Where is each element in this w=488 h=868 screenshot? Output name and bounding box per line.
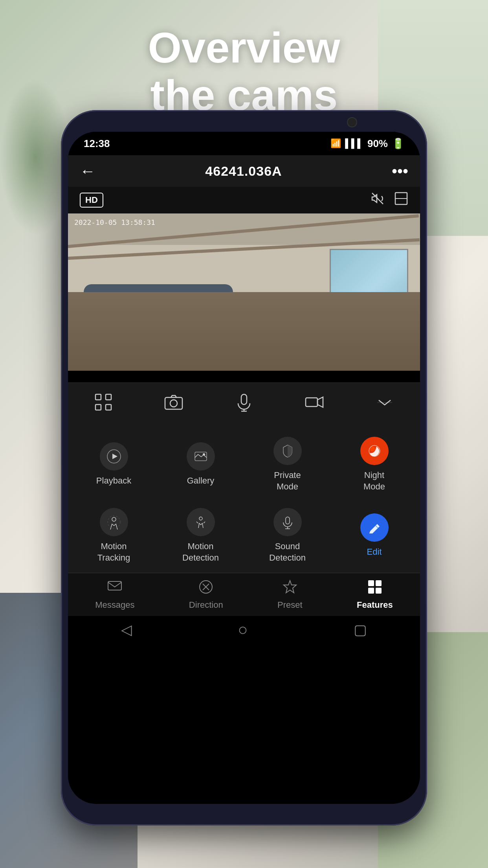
private-mode-button[interactable]: PrivateMode	[246, 430, 329, 498]
edit-label: Edit	[367, 546, 382, 558]
svg-point-8	[170, 400, 177, 407]
private-mode-icon	[273, 437, 302, 465]
messages-label: Messages	[95, 600, 134, 610]
private-mode-label: PrivateMode	[274, 470, 301, 492]
camera-timestamp: 2022-10-05 13:58:31	[74, 218, 155, 226]
svg-line-0	[372, 193, 383, 204]
svg-rect-6	[106, 405, 111, 410]
scan-icon	[94, 392, 113, 416]
mute-button[interactable]	[371, 191, 385, 209]
svg-rect-25	[286, 517, 290, 524]
gallery-button[interactable]: Gallery	[159, 430, 242, 498]
playback-button[interactable]: Playback	[72, 430, 156, 498]
phone-shell: 12:38 📶 ▌▌▌ 90% 🔋 ← 46241.036A ••• HD	[61, 110, 427, 826]
preset-icon	[282, 579, 298, 598]
video-record-button[interactable]	[305, 392, 324, 417]
direction-icon	[198, 579, 214, 598]
svg-rect-35	[376, 580, 382, 586]
expand-icon	[375, 392, 394, 416]
nav-messages[interactable]: Messages	[95, 579, 134, 610]
battery-icon: 🔋	[392, 138, 404, 150]
motion-detection-label: MotionDetection	[182, 541, 219, 563]
phone-screen: 12:38 📶 ▌▌▌ 90% 🔋 ← 46241.036A ••• HD	[68, 132, 420, 804]
playback-label: Playback	[96, 475, 131, 487]
photo-button[interactable]	[164, 392, 183, 417]
edit-button[interactable]: Edit	[332, 501, 416, 569]
night-mode-button[interactable]: NightMode	[332, 430, 416, 498]
bottom-navigation: Messages Direction	[68, 573, 420, 616]
svg-point-17	[203, 453, 205, 456]
playback-icon	[100, 442, 128, 471]
edit-icon	[360, 513, 389, 542]
nav-preset[interactable]: Preset	[277, 579, 303, 610]
svg-rect-3	[95, 394, 101, 400]
gallery-label: Gallery	[187, 475, 215, 487]
system-home-button[interactable]: ○	[238, 620, 248, 639]
motion-tracking-button[interactable]: MotionTracking	[72, 501, 156, 569]
feature-grid: Playback Gallery	[68, 426, 420, 573]
camera-icon	[164, 392, 183, 416]
svg-rect-9	[241, 394, 247, 405]
svg-line-23	[196, 522, 198, 523]
nav-features[interactable]: Features	[357, 579, 393, 610]
video-controls-bar: HD	[68, 187, 420, 213]
front-camera	[348, 118, 356, 127]
expand-button[interactable]	[375, 392, 394, 417]
video-icon	[305, 392, 324, 416]
motion-detection-button[interactable]: MotionDetection	[159, 501, 242, 569]
gallery-icon	[187, 442, 215, 471]
scan-button[interactable]	[94, 392, 113, 417]
svg-rect-4	[106, 394, 111, 400]
hd-badge[interactable]: HD	[80, 193, 103, 208]
camera-feed: 2022-10-05 13:58:31	[68, 213, 420, 371]
night-mode-icon	[360, 437, 389, 465]
back-button[interactable]: ←	[80, 162, 95, 180]
system-recents-button[interactable]: ▢	[354, 622, 367, 638]
more-button[interactable]: •••	[392, 162, 408, 180]
motion-detection-icon	[187, 508, 215, 536]
microphone-icon	[234, 392, 254, 416]
svg-rect-36	[368, 588, 374, 594]
spacer	[68, 371, 420, 383]
svg-point-19	[370, 447, 375, 451]
motion-tracking-icon	[100, 508, 128, 536]
svg-point-20	[112, 517, 116, 521]
status-time: 12:38	[84, 138, 110, 150]
sound-detection-icon	[273, 508, 302, 536]
wifi-icon: 📶	[330, 138, 341, 149]
action-buttons-row	[68, 383, 420, 426]
svg-marker-15	[112, 454, 117, 459]
sound-detection-label: SoundDetection	[269, 541, 306, 563]
headline-line1: Overview	[148, 23, 340, 72]
device-title: 46241.036A	[205, 164, 282, 179]
sound-detection-button[interactable]: SoundDetection	[246, 501, 329, 569]
top-navigation-bar: ← 46241.036A •••	[68, 155, 420, 187]
preset-label: Preset	[277, 600, 303, 610]
notch	[220, 132, 268, 143]
svg-rect-5	[95, 405, 101, 410]
features-label: Features	[357, 600, 393, 610]
nav-direction[interactable]: Direction	[189, 579, 223, 610]
battery-level: 90%	[367, 138, 388, 150]
direction-label: Direction	[189, 600, 223, 610]
svg-rect-12	[306, 398, 317, 406]
svg-point-21	[108, 516, 120, 528]
svg-point-22	[199, 517, 202, 520]
svg-rect-34	[368, 580, 374, 586]
system-navigation: ◁ ○ ▢	[68, 616, 420, 644]
system-back-button[interactable]: ◁	[121, 622, 132, 638]
layout-button[interactable]	[394, 191, 408, 209]
svg-rect-29	[108, 581, 121, 590]
features-icon	[367, 579, 383, 598]
svg-rect-37	[376, 588, 382, 594]
svg-rect-7	[165, 397, 182, 409]
motion-tracking-label: MotionTracking	[97, 541, 130, 563]
room-floor	[68, 292, 420, 371]
night-mode-label: NightMode	[363, 470, 385, 492]
svg-marker-33	[284, 581, 296, 593]
messages-icon	[107, 579, 123, 598]
microphone-button[interactable]	[234, 392, 254, 417]
svg-line-24	[204, 522, 205, 523]
signal-bars: ▌▌▌	[345, 138, 363, 149]
